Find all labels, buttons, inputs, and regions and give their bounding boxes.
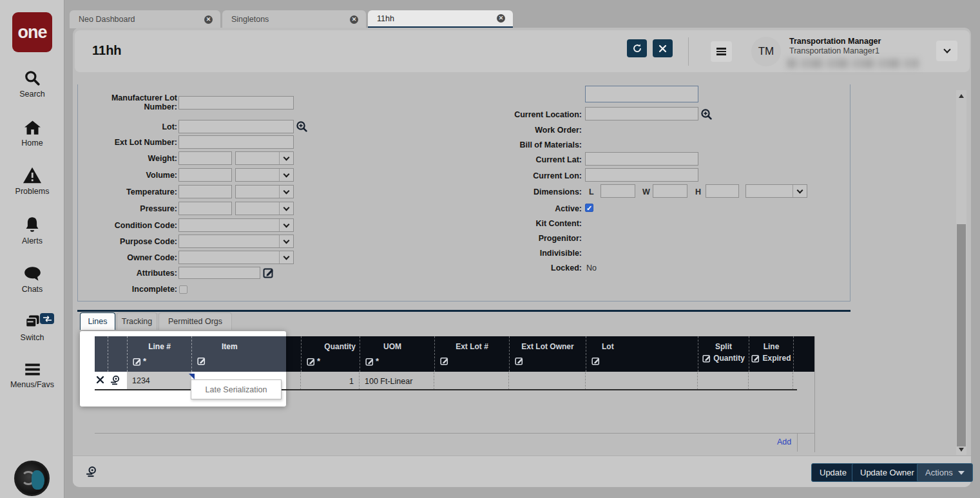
row-delete-cell[interactable] [97, 376, 104, 385]
sidebar-item-home[interactable]: Home [0, 119, 64, 148]
sidebar-label-menus-favs: Menus/Favs [10, 380, 54, 389]
edit-icon [307, 357, 316, 366]
sidebar-label-alerts: Alerts [22, 236, 43, 245]
attributes-edit-icon[interactable] [263, 267, 274, 278]
row-track-cell[interactable] [110, 375, 120, 388]
row-lot-cell[interactable] [586, 372, 698, 390]
sidebar-item-problems[interactable]: Problems [0, 167, 64, 196]
user-dropdown-button[interactable] [936, 41, 957, 61]
scroll-up-arrow[interactable] [959, 94, 964, 98]
tab-label: Lines [88, 317, 108, 326]
user-email-redacted [787, 59, 919, 68]
weight-uom-select[interactable] [235, 151, 294, 165]
top-clipped-input[interactable] [585, 86, 698, 102]
row-split-quantity-cell[interactable] [698, 372, 749, 390]
incomplete-checkbox[interactable] [179, 285, 187, 294]
sidebar-label-chats: Chats [22, 285, 43, 294]
grid-col-lot[interactable]: Lot [586, 336, 698, 372]
row-line-expired-cell[interactable] [749, 372, 793, 390]
grid-col-line-no[interactable]: Line # * [127, 336, 191, 372]
footer-track-pin-icon[interactable] [86, 466, 97, 477]
column-label: UOM [360, 342, 434, 351]
lot-lookup-zoom-icon[interactable] [296, 120, 307, 132]
active-checkbox[interactable]: ✓ [585, 204, 593, 212]
row-quantity-cell[interactable]: 1 [301, 372, 360, 390]
tab-singletons[interactable]: Singletons ✕ [222, 10, 366, 28]
header-menu-button[interactable] [711, 41, 732, 62]
switch-arrows-badge[interactable] [40, 313, 54, 324]
row-ext-lot-cell[interactable] [434, 372, 509, 390]
row-ext-lot-owner-cell[interactable] [509, 372, 586, 390]
field-label-weight: Weight: [84, 154, 177, 163]
current-lon-input[interactable] [585, 168, 698, 182]
close-tab-icon[interactable]: ✕ [204, 15, 213, 24]
current-location-lookup-zoom-icon[interactable] [700, 108, 712, 120]
close-record-button[interactable] [653, 39, 673, 57]
temperature-input[interactable] [178, 185, 232, 198]
update-button[interactable]: Update [811, 463, 855, 482]
close-icon [659, 45, 666, 52]
chevron-down-icon [279, 219, 293, 231]
current-lat-input[interactable] [585, 152, 698, 166]
sidebar-item-switch[interactable]: Switch [0, 314, 64, 343]
grid-col-quantity[interactable]: Quantity * [301, 336, 360, 372]
owner-code-select[interactable] [178, 251, 294, 264]
dimension-uom-select[interactable] [745, 184, 807, 198]
volume-input[interactable] [178, 168, 232, 182]
attributes-input[interactable] [178, 267, 260, 279]
sidebar-item-search[interactable]: Search [0, 70, 64, 99]
vertical-scrollbar[interactable] [956, 90, 966, 455]
neo-assistant-avatar[interactable] [14, 461, 50, 496]
column-label-line2: Expired [762, 354, 791, 363]
volume-uom-select[interactable] [235, 168, 294, 182]
line-no-edit-cell[interactable]: 1234 [127, 372, 191, 390]
tab-tracking[interactable]: Tracking [117, 312, 157, 330]
required-asterisk: * [376, 356, 379, 366]
dimension-w-input[interactable] [653, 184, 687, 198]
ext-lot-number-input[interactable] [178, 135, 294, 149]
scroll-down-arrow[interactable] [959, 448, 964, 452]
chevron-down-icon [279, 251, 293, 263]
grid-col-uom[interactable]: UOM * [360, 336, 434, 372]
grid-col-ext-lot[interactable]: Ext Lot # [434, 336, 509, 372]
row-uom-cell[interactable]: 100 Ft-Linear [360, 372, 434, 390]
grid-col-tail [793, 336, 814, 372]
pressure-uom-select[interactable] [235, 202, 294, 215]
avatar[interactable]: TM [751, 37, 781, 66]
manufacturer-lot-number-input[interactable] [178, 96, 294, 110]
pressure-input[interactable] [178, 202, 232, 215]
tab-neo-dashboard[interactable]: Neo Dashboard ✕ [70, 10, 220, 28]
grid-col-split-quantity[interactable]: Split Quantity [698, 336, 749, 372]
close-tab-icon[interactable]: ✕ [350, 15, 358, 24]
grid-col-line-expired[interactable]: Line Expired [749, 336, 793, 372]
add-line-link[interactable]: Add [777, 437, 791, 446]
lot-input[interactable] [178, 120, 294, 133]
purpose-code-select[interactable] [178, 235, 294, 248]
actions-button[interactable]: Actions [917, 463, 973, 482]
dimension-h-input[interactable] [706, 184, 739, 198]
weight-input[interactable] [178, 151, 232, 165]
grid-col-item[interactable]: Item [191, 336, 286, 372]
tab-lines[interactable]: Lines [80, 312, 115, 330]
edit-icon [591, 356, 600, 365]
condition-code-select[interactable] [178, 218, 294, 232]
field-label-owner-code: Owner Code: [84, 253, 177, 262]
field-label-progenitor: Progenitor: [498, 234, 582, 243]
close-tab-icon[interactable]: ✕ [497, 14, 505, 23]
current-location-input[interactable] [585, 107, 698, 120]
refresh-button[interactable] [627, 39, 647, 57]
sidebar-item-alerts[interactable]: Alerts [0, 216, 64, 246]
tab-permitted-orgs[interactable]: Permitted Orgs [159, 312, 232, 330]
sidebar-item-chats[interactable]: Chats [0, 266, 64, 294]
tab-11hh[interactable]: 11hh ✕ [368, 10, 513, 28]
sidebar-item-menus-favs[interactable]: Menus/Favs [0, 362, 64, 390]
dimension-l-input[interactable] [600, 184, 635, 198]
main-panel: 11hh TM Transportation Manager Transport… [73, 28, 971, 487]
one-logo[interactable]: one [12, 12, 52, 52]
temperature-uom-select[interactable] [235, 185, 294, 198]
grid-col-ext-lot-owner[interactable]: Ext Lot Owner [509, 336, 586, 372]
edit-icon [751, 354, 760, 363]
update-owner-button[interactable]: Update Owner [852, 463, 923, 482]
edit-icon [133, 357, 142, 366]
scrollbar-thumb[interactable] [957, 224, 966, 446]
